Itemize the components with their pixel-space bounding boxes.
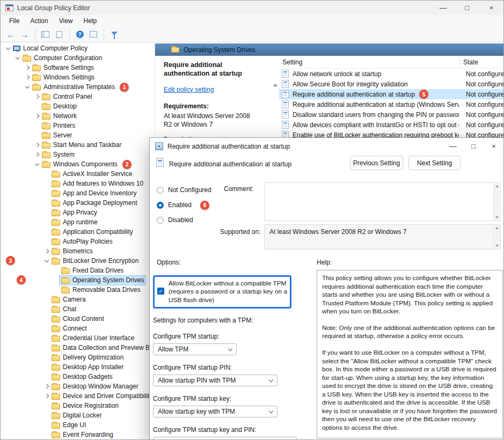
extended-view-toggle-button[interactable] [86, 28, 100, 41]
tree-chevron-icon[interactable] [43, 237, 50, 246]
tree-item[interactable]: Desktop Gadgets [1, 372, 155, 382]
tree-chevron-icon[interactable] [43, 179, 50, 188]
tree-chevron-icon[interactable] [43, 295, 50, 304]
menu-item[interactable]: Help [78, 16, 103, 26]
tree-item[interactable]: Digital Locker [1, 410, 155, 420]
tree-chevron-icon[interactable] [5, 44, 11, 53]
tree-chevron-icon[interactable] [43, 218, 50, 226]
tree-chevron-icon[interactable] [43, 199, 50, 207]
tree-item[interactable]: App and Device Inventory [1, 188, 155, 198]
tree-chevron-icon[interactable] [34, 92, 40, 101]
tree-item[interactable]: Administrative Templates 1 [1, 82, 155, 92]
tree-item[interactable]: Device and Driver Compatibility [1, 391, 155, 401]
forward-button[interactable] [18, 28, 32, 41]
dialog-minimize-button[interactable]: — [443, 138, 463, 155]
policy-row[interactable]: Allow network unlock at startup Not conf… [279, 69, 503, 79]
tree-item[interactable]: Event Forwarding [1, 430, 155, 439]
tree-chevron-icon[interactable] [43, 324, 50, 333]
configure-tpm-startup-key-and-pin-dropdown[interactable]: Allow startup key and PIN with TPM [153, 437, 297, 440]
tree-item[interactable]: 4 Operating System Drives [1, 275, 155, 285]
tree-item[interactable]: System [1, 150, 155, 159]
next-setting-button[interactable]: Next Setting [408, 156, 461, 170]
comment-scrollbar[interactable] [493, 184, 500, 220]
policy-row[interactable]: Disallow standard users from changing th… [279, 109, 503, 120]
tree-item[interactable]: 3 BitLocker Drive Encryption [1, 256, 155, 266]
back-button[interactable] [4, 28, 18, 41]
tree-item[interactable]: Device Registration [1, 401, 155, 410]
tree-chevron-icon[interactable] [34, 160, 40, 168]
policy-row[interactable]: Require additional authentication at sta… [279, 99, 503, 109]
tree-item[interactable]: Biometrics [1, 246, 155, 256]
tree-item[interactable]: Network [1, 111, 155, 121]
tree-chevron-icon[interactable] [43, 411, 50, 420]
previous-setting-button[interactable]: Previous Setting [350, 156, 403, 170]
tree-item[interactable]: Data Collection and Preview Builds [1, 343, 155, 353]
menu-item[interactable]: View [54, 16, 78, 26]
tree-item[interactable]: Server [1, 130, 155, 140]
menu-item[interactable]: Action [25, 16, 53, 26]
tree-chevron-icon[interactable] [43, 430, 50, 439]
tree-item[interactable]: Windows Settings [1, 72, 155, 82]
tree-item[interactable]: Desktop App Installer [1, 362, 155, 372]
tree-chevron-icon[interactable] [24, 73, 31, 82]
tree-chevron-icon[interactable] [34, 112, 40, 120]
tree-item[interactable]: Desktop Window Manager [1, 382, 155, 391]
tree-chevron-icon[interactable] [34, 121, 40, 130]
allow-bitlocker-without-tpm-checkbox[interactable]: Allow BitLocker without a compatible TPM… [157, 280, 287, 304]
tree-chevron-icon[interactable] [43, 372, 50, 381]
filter-button[interactable] [104, 28, 121, 41]
tree-chevron-icon[interactable] [24, 83, 31, 91]
tree-item[interactable]: Removable Data Drives [1, 285, 155, 295]
tree-chevron-icon[interactable] [43, 421, 50, 429]
show-console-tree-button[interactable] [35, 28, 52, 41]
tree-chevron-icon[interactable] [14, 54, 21, 62]
tree-item[interactable]: Printers [1, 121, 155, 130]
tree-item[interactable]: Edge UI [1, 420, 155, 430]
tree-chevron-icon[interactable] [43, 343, 50, 352]
comment-input[interactable] [264, 182, 501, 221]
menu-item[interactable]: File [4, 16, 25, 26]
tree-chevron-icon[interactable] [43, 170, 50, 178]
tree-item[interactable]: Fixed Data Drives [1, 266, 155, 275]
supported-on-scrollbar[interactable] [493, 225, 500, 248]
tree-chevron-icon[interactable] [43, 392, 50, 400]
tree-item[interactable]: Connect [1, 324, 155, 333]
configure-tpm-startup-dropdown[interactable]: Allow TPM [153, 343, 237, 355]
tree-item[interactable]: Control Panel [1, 92, 155, 101]
enabled-radio[interactable]: Enabled 6 [157, 200, 211, 210]
tree-chevron-icon[interactable] [53, 285, 60, 294]
tree-item[interactable]: Windows Components 2 [1, 159, 155, 169]
tree-chevron-icon[interactable] [53, 266, 60, 275]
tree-chevron-icon[interactable] [34, 131, 40, 140]
tree-chevron-icon[interactable] [43, 208, 50, 217]
tree-chevron-icon[interactable] [24, 63, 31, 72]
tree-item[interactable]: Computer Configuration [1, 53, 155, 63]
tree-item[interactable]: Local Computer Policy [1, 43, 155, 53]
tree-chevron-icon[interactable] [43, 314, 50, 323]
dialog-maximize-button[interactable]: □ [463, 138, 484, 155]
policy-row[interactable]: Allow devices compliant with InstantGo o… [279, 120, 503, 130]
tree-item[interactable]: Camera [1, 295, 155, 304]
not-configured-radio[interactable]: Not Configured [157, 185, 211, 195]
tree-chevron-icon[interactable] [43, 353, 50, 362]
close-button[interactable]: × [479, 1, 503, 15]
tree-item[interactable]: App runtime [1, 217, 155, 227]
disabled-radio[interactable]: Disabled [157, 215, 211, 225]
setting-column-header[interactable]: Setting [279, 58, 459, 66]
tree-chevron-icon[interactable] [43, 334, 50, 342]
tree-item[interactable]: Application Compatibility [1, 227, 155, 237]
configure-tpm-startup-key-dropdown[interactable]: Allow startup key with TPM [153, 406, 277, 417]
policy-row[interactable]: Require additional authentication at sta… [279, 89, 503, 99]
tree-chevron-icon[interactable] [43, 382, 50, 391]
tree-item[interactable]: App Package Deployment [1, 198, 155, 208]
tree-chevron-icon[interactable] [43, 401, 50, 410]
state-column-header[interactable]: State [459, 56, 503, 68]
tree-chevron-icon[interactable] [43, 228, 50, 236]
dialog-close-button[interactable]: × [484, 138, 504, 155]
edit-policy-setting-link[interactable]: Edit policy setting [164, 86, 214, 93]
policy-row[interactable]: Allow Secure Boot for integrity validati… [279, 79, 503, 89]
help-button[interactable] [69, 28, 86, 41]
tree-chevron-icon[interactable] [43, 363, 50, 371]
tree-item[interactable]: Chat [1, 304, 155, 314]
tree-item[interactable]: Cloud Content [1, 314, 155, 324]
